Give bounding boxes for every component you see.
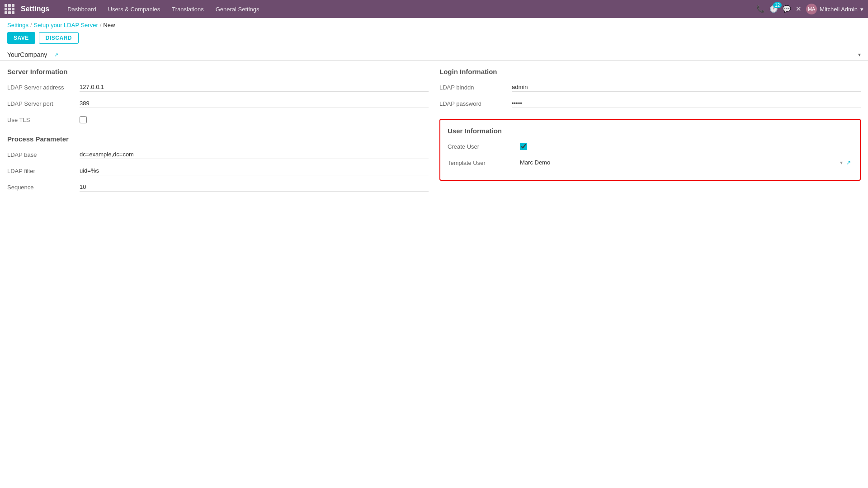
ldap-server-address-label: LDAP Server address (7, 84, 80, 91)
create-user-checkbox[interactable] (520, 143, 527, 150)
sequence-input[interactable] (80, 183, 429, 192)
server-info-title: Server Information (7, 68, 429, 75)
ldap-password-input[interactable] (512, 99, 861, 108)
process-param-title: Process Parameter (7, 135, 429, 143)
template-user-field: ▾ ↗ (520, 158, 853, 167)
navbar-right: 📞 🕐 12 💬 ✕ MA Mitchell Admin ▾ (756, 4, 863, 14)
ldap-password-label: LDAP password (439, 100, 512, 107)
breadcrumb-sep-2: / (100, 22, 102, 28)
use-tls-label: Use TLS (7, 117, 80, 123)
chat-icon[interactable]: 💬 (783, 5, 791, 13)
breadcrumb-setup[interactable]: Setup your LDAP Server (34, 22, 98, 28)
user-avatar: MA (806, 4, 817, 14)
main-content: Server Information LDAP Server address L… (0, 61, 868, 204)
template-user-label: Template User (448, 160, 520, 166)
nav-menu: Dashboard Users & Companies Translations… (62, 3, 753, 15)
template-user-row: Template User ▾ ↗ (448, 156, 853, 169)
company-name: YourCompany (7, 51, 47, 58)
user-info-title: User Information (448, 127, 853, 135)
breadcrumb-current: New (103, 22, 115, 28)
ldap-password-row: LDAP password (439, 97, 861, 110)
activity-icon[interactable]: 🕐 12 (769, 5, 778, 13)
login-info-title: Login Information (439, 68, 861, 75)
ldap-base-input[interactable] (80, 150, 429, 159)
nav-general-settings[interactable]: General Settings (210, 3, 265, 15)
ldap-base-label: LDAP base (7, 151, 80, 158)
ldap-binddn-label: LDAP binddn (439, 84, 512, 91)
sequence-label: Sequence (7, 184, 80, 191)
user-menu[interactable]: MA Mitchell Admin ▾ (806, 4, 863, 14)
template-user-dropdown-arrow[interactable]: ▾ (838, 160, 844, 166)
server-info-section: Server Information LDAP Server address L… (7, 68, 429, 126)
discard-button[interactable]: DISCARD (39, 32, 79, 44)
breadcrumb-sep-1: / (30, 22, 32, 28)
template-user-input[interactable] (520, 158, 838, 167)
ldap-server-address-row: LDAP Server address (7, 81, 429, 94)
left-column: Server Information LDAP Server address L… (7, 68, 429, 197)
ldap-binddn-input[interactable] (512, 83, 861, 92)
template-user-ext-link[interactable]: ↗ (844, 160, 853, 166)
ldap-filter-input[interactable] (80, 166, 429, 175)
use-tls-row: Use TLS (7, 113, 429, 126)
ldap-server-port-label: LDAP Server port (7, 100, 80, 107)
apps-menu-icon[interactable] (5, 4, 14, 14)
navbar: Settings Dashboard Users & Companies Tra… (0, 0, 868, 18)
use-tls-checkbox[interactable] (80, 116, 87, 123)
breadcrumb-settings[interactable]: Settings (7, 22, 28, 28)
nav-users-companies[interactable]: Users & Companies (103, 3, 166, 15)
ldap-server-address-input[interactable] (80, 83, 429, 92)
create-user-label: Create User (448, 143, 520, 150)
sequence-row: Sequence (7, 181, 429, 193)
phone-icon[interactable]: 📞 (756, 5, 765, 13)
company-left: YourCompany ↗ (7, 51, 58, 58)
company-selector: YourCompany ↗ ▾ (0, 49, 868, 61)
two-col-layout: Server Information LDAP Server address L… (7, 68, 861, 197)
ldap-filter-row: LDAP filter (7, 164, 429, 177)
nav-dashboard[interactable]: Dashboard (62, 3, 102, 15)
company-dropdown-arrow[interactable]: ▾ (858, 52, 861, 58)
ldap-server-port-input[interactable] (80, 99, 429, 108)
company-ext-link-icon[interactable]: ↗ (54, 52, 58, 58)
right-column: Login Information LDAP binddn LDAP passw… (439, 68, 861, 197)
ldap-filter-label: LDAP filter (7, 168, 80, 174)
nav-translations[interactable]: Translations (166, 3, 209, 15)
ldap-binddn-row: LDAP binddn (439, 81, 861, 94)
breadcrumb: Settings / Setup your LDAP Server / New (0, 18, 868, 30)
save-button[interactable]: SAVE (7, 32, 35, 44)
activity-badge: 12 (773, 2, 782, 8)
process-param-section: Process Parameter LDAP base LDAP filter … (7, 135, 429, 193)
user-dropdown-arrow[interactable]: ▾ (860, 6, 863, 13)
login-info-section: Login Information LDAP binddn LDAP passw… (439, 68, 861, 110)
user-name: Mitchell Admin (820, 6, 858, 13)
create-user-row: Create User (448, 140, 853, 153)
ldap-base-row: LDAP base (7, 148, 429, 161)
ldap-server-port-row: LDAP Server port (7, 97, 429, 110)
user-info-section: User Information Create User Template Us… (439, 119, 861, 181)
app-title: Settings (21, 5, 49, 13)
close-icon[interactable]: ✕ (796, 5, 802, 13)
action-bar: SAVE DISCARD (0, 30, 868, 49)
